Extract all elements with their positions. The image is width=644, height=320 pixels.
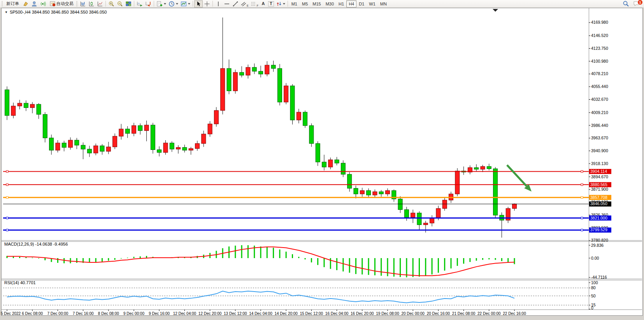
zoom-in-icon[interactable] — [107, 0, 116, 7]
trendline-tool[interactable] — [231, 0, 240, 7]
svg-text:3780.820: 3780.820 — [591, 238, 608, 243]
timeframe-button-M1[interactable]: M1 — [289, 0, 300, 7]
svg-text:4078.210: 4078.210 — [591, 71, 608, 76]
svg-text:13 Dec 12:00: 13 Dec 12:00 — [224, 311, 247, 316]
svg-text:7 Dec 16:00: 7 Dec 16:00 — [73, 311, 94, 316]
line-chart-icon[interactable] — [96, 0, 104, 7]
timeframe-button-D1[interactable]: D1 — [356, 0, 367, 7]
chart-canvas[interactable]: 4169.9804146.5204123.7504100.9804078.210… — [0, 0, 644, 320]
toolbar-grip — [2, 1, 3, 7]
line-handle[interactable] — [581, 171, 583, 172]
chat-button[interactable]: 1 — [632, 0, 641, 7]
timeframe-button-H1[interactable]: H1 — [336, 0, 346, 7]
line-handle[interactable] — [581, 229, 583, 231]
timeframe-button-W1[interactable]: W1 — [367, 0, 378, 7]
svg-text:50: 50 — [591, 294, 596, 298]
new-chart-icon — [156, 1, 163, 7]
svg-text:4009.210: 4009.210 — [591, 110, 608, 115]
toolbar-separator — [105, 1, 106, 7]
vertical-line-icon — [215, 1, 221, 7]
pane-borders — [2, 8, 642, 310]
channel-icon — [241, 1, 246, 7]
chart-title: ▼ SP500-,H4 3844.850 3846.850 3844.550 3… — [5, 10, 107, 14]
crosshair-icon — [204, 1, 210, 7]
svg-text:22 Dec 00:00: 22 Dec 00:00 — [477, 311, 501, 316]
periods-button[interactable] — [167, 0, 179, 7]
toolbar-separator — [154, 1, 154, 7]
new-order-button[interactable]: 新订单 — [4, 0, 21, 7]
periods-clock-icon — [168, 1, 175, 7]
svg-text:3846.050: 3846.050 — [590, 201, 607, 206]
line-handle[interactable] — [6, 229, 8, 231]
timeframe-button-M15[interactable]: M15 — [310, 0, 323, 7]
text-tool[interactable]: A — [260, 0, 267, 7]
timeframe-button-M5[interactable]: M5 — [300, 0, 310, 7]
svg-text:12 Dec 04:00: 12 Dec 04:00 — [173, 311, 197, 316]
line-handle[interactable] — [581, 197, 583, 199]
svg-text:12 Dec 20:00: 12 Dec 20:00 — [198, 311, 222, 316]
cursor-tool-button[interactable] — [194, 0, 203, 7]
candlestick-chart-icon[interactable] — [87, 0, 96, 7]
chevron-down-icon — [283, 3, 285, 5]
candles-layer — [5, 18, 517, 237]
chart-shift-marker — [493, 9, 498, 12]
svg-text:14 Dec 20:00: 14 Dec 20:00 — [274, 311, 298, 316]
time-axis: 5 Dec 20226 Dec 08:007 Dec 00:007 Dec 16… — [1, 309, 526, 316]
svg-text:19 Dec 08:00: 19 Dec 08:00 — [376, 311, 399, 316]
svg-text:3821.000: 3821.000 — [590, 216, 607, 220]
timeframe-button-MN[interactable]: MN — [378, 0, 389, 7]
svg-text:6 Dec 08:00: 6 Dec 08:00 — [22, 311, 43, 316]
notification-badge: 1 — [637, 0, 643, 5]
svg-text:4146.520: 4146.520 — [591, 33, 608, 38]
template-button[interactable] — [179, 0, 191, 7]
line-handle[interactable] — [581, 184, 583, 186]
line-handle[interactable] — [6, 217, 8, 219]
fibonacci-icon — [251, 1, 256, 7]
bar-chart-icon[interactable] — [79, 0, 87, 7]
toolbar-separator — [212, 1, 213, 7]
line-handle[interactable] — [6, 184, 8, 186]
label-tool[interactable]: T — [267, 0, 275, 7]
tile-windows-icon[interactable] — [124, 0, 133, 7]
fibonacci-tool[interactable]: F — [250, 0, 260, 7]
toolbar-separator — [134, 1, 134, 7]
channel-tool[interactable]: E — [240, 0, 250, 7]
line-handle[interactable] — [6, 197, 8, 199]
svg-text:29.836: 29.836 — [591, 243, 604, 248]
broadcast-icon[interactable] — [39, 0, 47, 7]
headset-user-icon[interactable] — [30, 0, 39, 7]
svg-text:100: 100 — [591, 280, 598, 285]
vertical-line-tool[interactable] — [214, 0, 223, 7]
line-handle[interactable] — [6, 171, 8, 172]
search-button[interactable] — [621, 0, 630, 7]
collapse-arrow-icon: ▼ — [5, 11, 8, 14]
timeframe-button-M30[interactable]: M30 — [323, 0, 336, 7]
main-toolbar: 新订单 自动交易 E F A T M1M5M15M30H1H4D1W1MN 1 — [0, 0, 644, 8]
zoom-out-icon[interactable] — [116, 0, 124, 7]
svg-text:3986.440: 3986.440 — [591, 123, 608, 128]
line-handle[interactable] — [581, 217, 583, 219]
timeframe-button-H4[interactable]: H4 — [346, 0, 356, 7]
stamp-icon[interactable] — [21, 0, 30, 7]
svg-text:3918.130: 3918.130 — [591, 161, 608, 166]
arrows-tool[interactable] — [275, 0, 286, 7]
svg-text:8 Dec 08:00: 8 Dec 08:00 — [98, 311, 119, 316]
crosshair-tool-button[interactable] — [203, 0, 211, 7]
svg-text:3963.670: 3963.670 — [591, 135, 608, 140]
price-axis: 4169.9804146.5204123.7504100.9804078.210… — [589, 20, 611, 243]
chevron-down-icon — [188, 3, 190, 5]
timeframe-toolbar: M1M5M15M30H1H4D1W1MN — [289, 0, 389, 7]
auto-trading-button[interactable]: 自动交易 — [47, 0, 76, 7]
svg-text:4169.980: 4169.980 — [591, 20, 608, 25]
horizontal-line-tool[interactable] — [223, 0, 231, 7]
toolbar-separator — [288, 1, 288, 7]
svg-text:3857.708: 3857.708 — [590, 195, 607, 200]
chart-shift-icon[interactable] — [144, 0, 153, 7]
svg-text:3871.900: 3871.900 — [591, 187, 608, 192]
fibonacci-glyph: F — [257, 4, 258, 7]
new-chart-button[interactable] — [155, 0, 167, 7]
template-icon — [181, 1, 187, 7]
channel-glyph: E — [247, 4, 249, 7]
auto-scroll-icon[interactable] — [135, 0, 144, 7]
svg-text:20 Dec 16:00: 20 Dec 16:00 — [427, 311, 450, 316]
